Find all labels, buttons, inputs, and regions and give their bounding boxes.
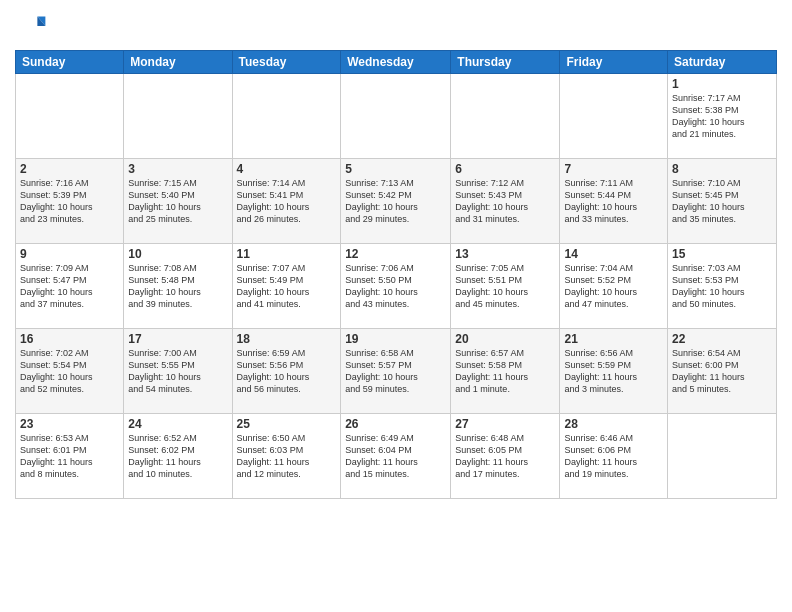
day-number: 8 bbox=[672, 162, 772, 176]
day-number: 26 bbox=[345, 417, 446, 431]
calendar-cell: 10Sunrise: 7:08 AM Sunset: 5:48 PM Dayli… bbox=[124, 244, 232, 329]
calendar-cell bbox=[124, 74, 232, 159]
calendar-week-2: 9Sunrise: 7:09 AM Sunset: 5:47 PM Daylig… bbox=[16, 244, 777, 329]
calendar-cell: 18Sunrise: 6:59 AM Sunset: 5:56 PM Dayli… bbox=[232, 329, 341, 414]
day-number: 22 bbox=[672, 332, 772, 346]
page: SundayMondayTuesdayWednesdayThursdayFrid… bbox=[0, 0, 792, 612]
day-info: Sunrise: 7:07 AM Sunset: 5:49 PM Dayligh… bbox=[237, 262, 337, 311]
calendar-cell: 3Sunrise: 7:15 AM Sunset: 5:40 PM Daylig… bbox=[124, 159, 232, 244]
day-info: Sunrise: 6:56 AM Sunset: 5:59 PM Dayligh… bbox=[564, 347, 663, 396]
day-info: Sunrise: 7:00 AM Sunset: 5:55 PM Dayligh… bbox=[128, 347, 227, 396]
day-info: Sunrise: 7:02 AM Sunset: 5:54 PM Dayligh… bbox=[20, 347, 119, 396]
calendar-cell: 14Sunrise: 7:04 AM Sunset: 5:52 PM Dayli… bbox=[560, 244, 668, 329]
day-number: 11 bbox=[237, 247, 337, 261]
day-number: 18 bbox=[237, 332, 337, 346]
day-info: Sunrise: 6:53 AM Sunset: 6:01 PM Dayligh… bbox=[20, 432, 119, 481]
day-info: Sunrise: 7:06 AM Sunset: 5:50 PM Dayligh… bbox=[345, 262, 446, 311]
day-info: Sunrise: 7:11 AM Sunset: 5:44 PM Dayligh… bbox=[564, 177, 663, 226]
weekday-header-tuesday: Tuesday bbox=[232, 51, 341, 74]
day-info: Sunrise: 7:05 AM Sunset: 5:51 PM Dayligh… bbox=[455, 262, 555, 311]
calendar-cell bbox=[16, 74, 124, 159]
day-number: 10 bbox=[128, 247, 227, 261]
calendar-cell: 1Sunrise: 7:17 AM Sunset: 5:38 PM Daylig… bbox=[668, 74, 777, 159]
day-number: 24 bbox=[128, 417, 227, 431]
day-info: Sunrise: 6:46 AM Sunset: 6:06 PM Dayligh… bbox=[564, 432, 663, 481]
day-number: 14 bbox=[564, 247, 663, 261]
weekday-header-friday: Friday bbox=[560, 51, 668, 74]
day-info: Sunrise: 7:08 AM Sunset: 5:48 PM Dayligh… bbox=[128, 262, 227, 311]
day-info: Sunrise: 6:49 AM Sunset: 6:04 PM Dayligh… bbox=[345, 432, 446, 481]
calendar-cell bbox=[232, 74, 341, 159]
calendar-cell: 24Sunrise: 6:52 AM Sunset: 6:02 PM Dayli… bbox=[124, 414, 232, 499]
day-info: Sunrise: 7:14 AM Sunset: 5:41 PM Dayligh… bbox=[237, 177, 337, 226]
day-info: Sunrise: 6:52 AM Sunset: 6:02 PM Dayligh… bbox=[128, 432, 227, 481]
day-number: 12 bbox=[345, 247, 446, 261]
day-info: Sunrise: 6:48 AM Sunset: 6:05 PM Dayligh… bbox=[455, 432, 555, 481]
day-number: 17 bbox=[128, 332, 227, 346]
day-number: 5 bbox=[345, 162, 446, 176]
calendar-cell: 27Sunrise: 6:48 AM Sunset: 6:05 PM Dayli… bbox=[451, 414, 560, 499]
day-number: 9 bbox=[20, 247, 119, 261]
calendar-cell: 20Sunrise: 6:57 AM Sunset: 5:58 PM Dayli… bbox=[451, 329, 560, 414]
calendar-week-4: 23Sunrise: 6:53 AM Sunset: 6:01 PM Dayli… bbox=[16, 414, 777, 499]
calendar-week-1: 2Sunrise: 7:16 AM Sunset: 5:39 PM Daylig… bbox=[16, 159, 777, 244]
day-number: 6 bbox=[455, 162, 555, 176]
calendar-header-row: SundayMondayTuesdayWednesdayThursdayFrid… bbox=[16, 51, 777, 74]
calendar-cell: 6Sunrise: 7:12 AM Sunset: 5:43 PM Daylig… bbox=[451, 159, 560, 244]
day-number: 15 bbox=[672, 247, 772, 261]
day-number: 16 bbox=[20, 332, 119, 346]
calendar-cell: 28Sunrise: 6:46 AM Sunset: 6:06 PM Dayli… bbox=[560, 414, 668, 499]
calendar-cell: 8Sunrise: 7:10 AM Sunset: 5:45 PM Daylig… bbox=[668, 159, 777, 244]
day-info: Sunrise: 6:59 AM Sunset: 5:56 PM Dayligh… bbox=[237, 347, 337, 396]
day-info: Sunrise: 7:12 AM Sunset: 5:43 PM Dayligh… bbox=[455, 177, 555, 226]
day-number: 19 bbox=[345, 332, 446, 346]
day-number: 13 bbox=[455, 247, 555, 261]
day-info: Sunrise: 7:03 AM Sunset: 5:53 PM Dayligh… bbox=[672, 262, 772, 311]
calendar-cell: 23Sunrise: 6:53 AM Sunset: 6:01 PM Dayli… bbox=[16, 414, 124, 499]
calendar-table: SundayMondayTuesdayWednesdayThursdayFrid… bbox=[15, 50, 777, 499]
day-info: Sunrise: 7:04 AM Sunset: 5:52 PM Dayligh… bbox=[564, 262, 663, 311]
calendar-cell: 9Sunrise: 7:09 AM Sunset: 5:47 PM Daylig… bbox=[16, 244, 124, 329]
calendar-cell bbox=[668, 414, 777, 499]
day-info: Sunrise: 6:57 AM Sunset: 5:58 PM Dayligh… bbox=[455, 347, 555, 396]
day-info: Sunrise: 6:50 AM Sunset: 6:03 PM Dayligh… bbox=[237, 432, 337, 481]
calendar-cell: 11Sunrise: 7:07 AM Sunset: 5:49 PM Dayli… bbox=[232, 244, 341, 329]
calendar-cell: 21Sunrise: 6:56 AM Sunset: 5:59 PM Dayli… bbox=[560, 329, 668, 414]
weekday-header-monday: Monday bbox=[124, 51, 232, 74]
day-info: Sunrise: 7:10 AM Sunset: 5:45 PM Dayligh… bbox=[672, 177, 772, 226]
calendar-cell: 26Sunrise: 6:49 AM Sunset: 6:04 PM Dayli… bbox=[341, 414, 451, 499]
header bbox=[15, 10, 777, 42]
day-number: 28 bbox=[564, 417, 663, 431]
day-number: 3 bbox=[128, 162, 227, 176]
calendar-week-0: 1Sunrise: 7:17 AM Sunset: 5:38 PM Daylig… bbox=[16, 74, 777, 159]
day-number: 21 bbox=[564, 332, 663, 346]
calendar-cell: 4Sunrise: 7:14 AM Sunset: 5:41 PM Daylig… bbox=[232, 159, 341, 244]
weekday-header-sunday: Sunday bbox=[16, 51, 124, 74]
day-info: Sunrise: 7:15 AM Sunset: 5:40 PM Dayligh… bbox=[128, 177, 227, 226]
calendar-cell: 19Sunrise: 6:58 AM Sunset: 5:57 PM Dayli… bbox=[341, 329, 451, 414]
day-info: Sunrise: 6:54 AM Sunset: 6:00 PM Dayligh… bbox=[672, 347, 772, 396]
calendar-cell: 25Sunrise: 6:50 AM Sunset: 6:03 PM Dayli… bbox=[232, 414, 341, 499]
calendar-cell: 12Sunrise: 7:06 AM Sunset: 5:50 PM Dayli… bbox=[341, 244, 451, 329]
calendar-cell: 7Sunrise: 7:11 AM Sunset: 5:44 PM Daylig… bbox=[560, 159, 668, 244]
weekday-header-saturday: Saturday bbox=[668, 51, 777, 74]
logo-icon bbox=[15, 10, 47, 42]
day-number: 2 bbox=[20, 162, 119, 176]
day-number: 4 bbox=[237, 162, 337, 176]
day-info: Sunrise: 7:17 AM Sunset: 5:38 PM Dayligh… bbox=[672, 92, 772, 141]
weekday-header-thursday: Thursday bbox=[451, 51, 560, 74]
day-number: 1 bbox=[672, 77, 772, 91]
calendar-cell: 17Sunrise: 7:00 AM Sunset: 5:55 PM Dayli… bbox=[124, 329, 232, 414]
calendar-cell bbox=[451, 74, 560, 159]
day-number: 7 bbox=[564, 162, 663, 176]
logo bbox=[15, 10, 51, 42]
calendar-cell: 15Sunrise: 7:03 AM Sunset: 5:53 PM Dayli… bbox=[668, 244, 777, 329]
calendar-cell: 2Sunrise: 7:16 AM Sunset: 5:39 PM Daylig… bbox=[16, 159, 124, 244]
day-info: Sunrise: 6:58 AM Sunset: 5:57 PM Dayligh… bbox=[345, 347, 446, 396]
calendar-cell: 16Sunrise: 7:02 AM Sunset: 5:54 PM Dayli… bbox=[16, 329, 124, 414]
calendar-cell: 5Sunrise: 7:13 AM Sunset: 5:42 PM Daylig… bbox=[341, 159, 451, 244]
day-info: Sunrise: 7:09 AM Sunset: 5:47 PM Dayligh… bbox=[20, 262, 119, 311]
day-number: 25 bbox=[237, 417, 337, 431]
weekday-header-wednesday: Wednesday bbox=[341, 51, 451, 74]
day-info: Sunrise: 7:13 AM Sunset: 5:42 PM Dayligh… bbox=[345, 177, 446, 226]
